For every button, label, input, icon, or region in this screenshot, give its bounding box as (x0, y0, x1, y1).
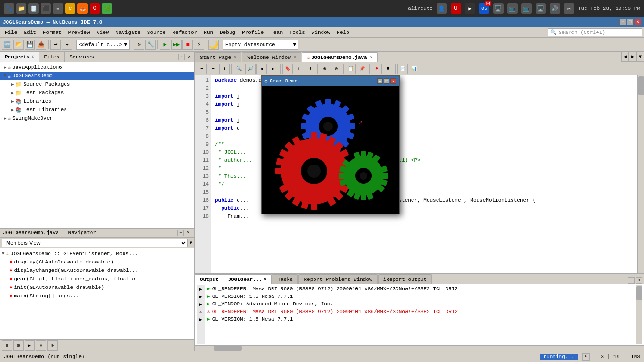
tree-item-swing[interactable]: ▶ ☕ SwingMakeOver (0, 114, 194, 123)
tree-item-test-libs[interactable]: ▶ 📚 Test Libraries (0, 106, 194, 114)
sys-icon-badge[interactable]: 0504 (479, 3, 489, 14)
tab-projects-close[interactable]: × (32, 55, 34, 59)
tree-item-source-pkg[interactable]: ▶ 📁 Source Packages (0, 80, 194, 89)
nav-class-header[interactable]: ▼ ☕ JOGLGearsDemo :: GLEventListener, Mo… (0, 249, 194, 258)
menu-profile[interactable]: Profile (239, 29, 266, 36)
menu-tools[interactable]: Tools (287, 29, 308, 36)
nav-member-display[interactable]: ● display(GLAutoDrawable drawable) (0, 258, 194, 266)
menu-preview[interactable]: Preview (65, 29, 92, 36)
search-bar[interactable]: 🔍 Search (Ctrl+I) (548, 28, 642, 36)
sys-icon-screen2[interactable]: 📺 (507, 3, 518, 14)
tab-scroll-right[interactable]: ▶ (629, 51, 636, 62)
tree-item-jogl[interactable]: ▼ ☕ JOGLGearsDemo (0, 72, 194, 80)
ed-tb-12[interactable]: ⊖ (331, 64, 341, 74)
sys-icon-red[interactable]: U (451, 3, 461, 14)
nav-tb-4[interactable]: ⊕ (36, 340, 46, 351)
editor-scrollbar[interactable] (637, 75, 644, 273)
sys-icon-1[interactable]: 🐾 (4, 3, 14, 14)
nav-member-init[interactable]: ● init(GLAutoDrawable drawable) (0, 283, 194, 292)
sys-icon-opera[interactable]: O (90, 3, 100, 14)
tb-logo[interactable]: 🌙 (208, 40, 219, 50)
output-tab-ireport[interactable]: iReport output (378, 274, 432, 284)
menu-file[interactable]: File (2, 29, 20, 36)
sys-icon-browser[interactable]: e (65, 3, 75, 14)
ed-stop[interactable]: ■ (383, 64, 393, 74)
sys-icon-mail[interactable]: ✉️ (564, 3, 574, 14)
nav-member-displaychanged[interactable]: ● displayChanged(GLAutoDrawable drawabl.… (0, 266, 194, 275)
ed-next-bookmark[interactable]: ⬇ (305, 64, 315, 74)
ed-search[interactable]: 🔍 (234, 64, 244, 74)
left-panel-minimize[interactable]: − (178, 54, 185, 60)
nav-tb-5[interactable]: ⊗ (47, 340, 58, 351)
tb-datasource-dropdown[interactable]: Empty datasource ▼ (223, 40, 298, 50)
ed-tb-3[interactable]: ⬆ (219, 64, 230, 74)
tb-stop[interactable]: ■ (182, 40, 193, 50)
menu-edit[interactable]: Edit (21, 29, 39, 36)
sys-icon-user[interactable]: 👤 (437, 3, 447, 14)
ed-tb-14[interactable]: 📌 (357, 64, 367, 74)
sys-icon-2[interactable]: 📁 (16, 3, 26, 14)
nav-member-gear[interactable]: ● gear(GL gl, float inner_radius, float … (0, 275, 194, 283)
tb-config-dropdown[interactable]: <default c...> ▼ (76, 40, 130, 50)
output-hscrollbar[interactable] (195, 345, 644, 351)
tree-item-libs[interactable]: ▶ 📚 Libraries (0, 97, 194, 106)
menu-run[interactable]: Run (201, 29, 216, 36)
nav-close[interactable]: × (185, 230, 191, 236)
nav-tb-1[interactable]: ⊞ (2, 340, 12, 351)
nav-minimize[interactable]: − (177, 230, 184, 236)
ed-tb-6[interactable]: ◀ (256, 64, 267, 74)
sys-icon-vol[interactable]: 🔊 (550, 3, 560, 14)
output-scrollbar-thumb[interactable] (636, 286, 642, 300)
tab-start-page[interactable]: Start Page × (195, 52, 241, 62)
nav-tb-3[interactable]: ▶ (25, 340, 35, 351)
ed-tb-18[interactable]: 📊 (409, 64, 419, 74)
output-tab-close[interactable]: × (264, 277, 266, 282)
sys-icon-screen3[interactable]: 📺 (521, 3, 532, 14)
tab-dropdown[interactable]: ▼ (636, 51, 644, 62)
ed-tb-13[interactable]: 📋 (346, 64, 356, 74)
tab-services[interactable]: Services (65, 52, 99, 62)
tb-undo[interactable]: ↩ (50, 40, 61, 50)
sys-icon-term[interactable]: ▶ (465, 3, 475, 14)
left-panel-close[interactable]: × (186, 54, 192, 60)
menu-format[interactable]: Format (40, 29, 65, 36)
ed-tb-1[interactable]: ⬅ (197, 64, 207, 74)
ed-tb-5[interactable]: 🔎 (245, 64, 256, 74)
menu-view[interactable]: View (94, 29, 112, 36)
output-tab-problems[interactable]: Report Problems Window (298, 274, 377, 284)
menu-source[interactable]: Source (144, 29, 169, 36)
tab-welcome-window[interactable]: Welcome Window × (242, 52, 301, 62)
nav-member-main[interactable]: ● main(String[] args... (0, 292, 194, 300)
tab-files[interactable]: Files (39, 52, 65, 62)
gear-demo-window[interactable]: ⚙ Gear Demo − □ × (261, 75, 400, 214)
ed-record[interactable]: ● (372, 64, 382, 74)
minimize-button[interactable]: − (619, 19, 626, 25)
menu-help[interactable]: Help (334, 29, 352, 36)
menu-window[interactable]: Window (309, 29, 333, 36)
sys-icon-3[interactable]: 🗒️ (28, 3, 39, 14)
navigator-options[interactable]: ▼ (190, 240, 192, 246)
close-button[interactable]: × (635, 19, 641, 25)
output-minimize[interactable]: − (628, 277, 635, 284)
menu-debug[interactable]: Debug (217, 29, 238, 36)
tab-jogl-close[interactable]: × (370, 55, 372, 60)
tb-save-all[interactable]: 📥 (36, 40, 46, 50)
tb-btn-6[interactable]: 🔧 (145, 40, 156, 50)
gear-demo-minimize[interactable]: − (377, 78, 383, 84)
maximize-button[interactable]: □ (627, 19, 634, 25)
tab-welcome-close[interactable]: × (294, 55, 296, 60)
gear-demo-close[interactable]: × (390, 78, 396, 84)
tb-open[interactable]: 📂 (13, 40, 24, 50)
gear-demo-maximize[interactable]: □ (384, 78, 389, 84)
tb-profile[interactable]: ⚡ (194, 40, 204, 50)
tb-new[interactable]: 🆕 (2, 40, 12, 50)
nav-tb-2[interactable]: ⊟ (13, 340, 24, 351)
ed-tb-17[interactable]: 📑 (397, 64, 408, 74)
tab-projects[interactable]: Projects × (0, 52, 39, 62)
ed-tb-2[interactable]: ➡ (208, 64, 218, 74)
navigator-view-select[interactable]: Members View (2, 239, 188, 247)
output-tab-main[interactable]: Output — JOGLGear... × (195, 274, 272, 284)
sys-icon-firefox[interactable]: 🦊 (77, 3, 88, 14)
ed-toggle-bookmark[interactable]: 🔖 (282, 64, 293, 74)
tb-redo[interactable]: ↪ (62, 40, 72, 50)
